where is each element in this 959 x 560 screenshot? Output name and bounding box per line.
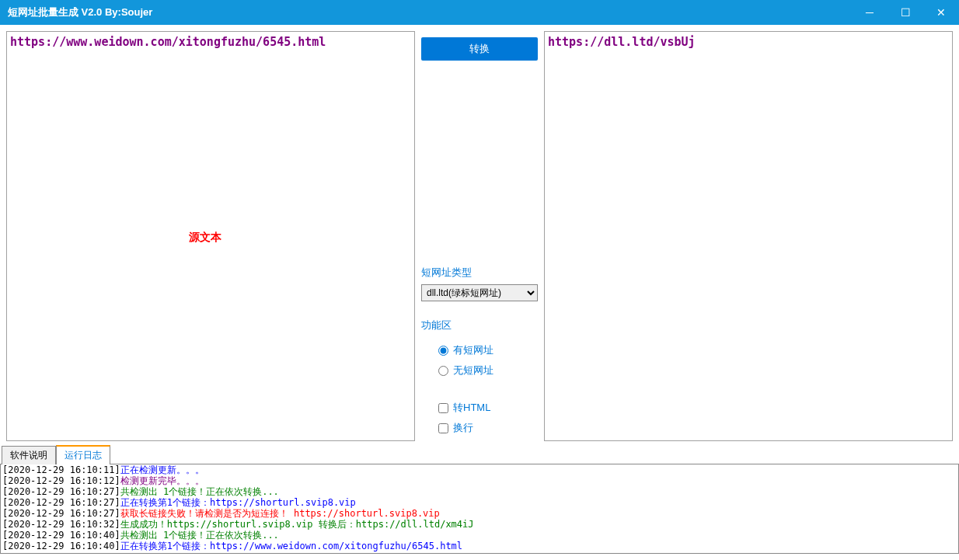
log-line: [2020-12-29 16:10:27]正在转换第1个链接：https://s… [2, 497, 957, 508]
tab-description[interactable]: 软件说明 [2, 446, 56, 464]
radio-has-short[interactable] [438, 346, 448, 356]
checkbox-to-html[interactable] [438, 403, 448, 413]
log-line: [2020-12-29 16:10:27]共检测出 1个链接！正在依次转换... [2, 486, 957, 497]
radio-no-short[interactable] [438, 366, 448, 376]
log-line: [2020-12-29 16:10:40]正在转换第1个链接：https://w… [2, 541, 957, 551]
bottom-tabs: 软件说明 运行日志 [0, 447, 959, 464]
option-has-short-url[interactable]: 有短网址 [438, 343, 538, 357]
main-area: https://www.weidown.com/xitongfuzhu/6545… [0, 25, 959, 447]
log-line: [2020-12-29 16:10:12]检测更新完毕。。。 [2, 475, 957, 486]
window-controls: ─ ☐ ✕ [852, 0, 959, 25]
center-panel: 转换 短网址类型 dll.ltd(绿标短网址) 功能区 有短网址 无短网址 转H… [421, 31, 538, 441]
titlebar: 短网址批量生成 V2.0 By:Soujer ─ ☐ ✕ [0, 0, 959, 25]
source-textbox[interactable]: https://www.weidown.com/xitongfuzhu/6545… [6, 31, 415, 441]
log-line: [2020-12-29 16:10:40]共检测出 1个链接！正在依次转换... [2, 530, 957, 541]
source-label: 源文本 [7, 231, 403, 245]
log-line: [2020-12-29 16:10:27]获取长链接失败！请检测是否为短连接！ … [2, 508, 957, 519]
option-wrap[interactable]: 换行 [438, 421, 538, 435]
option-to-html[interactable]: 转HTML [438, 401, 538, 415]
option-no-short-url[interactable]: 无短网址 [438, 363, 538, 377]
output-textbox[interactable]: https://dll.ltd/vsbUj [544, 31, 953, 441]
minimize-button[interactable]: ─ [852, 0, 888, 25]
log-line: [2020-12-29 16:10:11]正在检测更新。。。 [2, 464, 957, 475]
function-area-label: 功能区 [421, 318, 538, 332]
maximize-button[interactable]: ☐ [888, 0, 923, 25]
log-panel[interactable]: [2020-12-29 16:10:11]短网址类型加载完毕。。。[2020-1… [0, 464, 959, 554]
output-url: https://dll.ltd/vsbUj [548, 35, 696, 49]
window-title: 短网址批量生成 V2.0 By:Soujer [8, 5, 152, 19]
convert-button[interactable]: 转换 [421, 37, 538, 61]
short-url-type-label: 短网址类型 [421, 266, 538, 280]
source-url: https://www.weidown.com/xitongfuzhu/6545… [10, 35, 326, 49]
checkbox-wrap[interactable] [438, 423, 448, 433]
log-line: [2020-12-29 16:10:32]生成成功！https://shortu… [2, 519, 957, 530]
close-button[interactable]: ✕ [923, 0, 959, 25]
short-url-type-select[interactable]: dll.ltd(绿标短网址) [421, 284, 538, 301]
tab-log[interactable]: 运行日志 [56, 445, 110, 464]
